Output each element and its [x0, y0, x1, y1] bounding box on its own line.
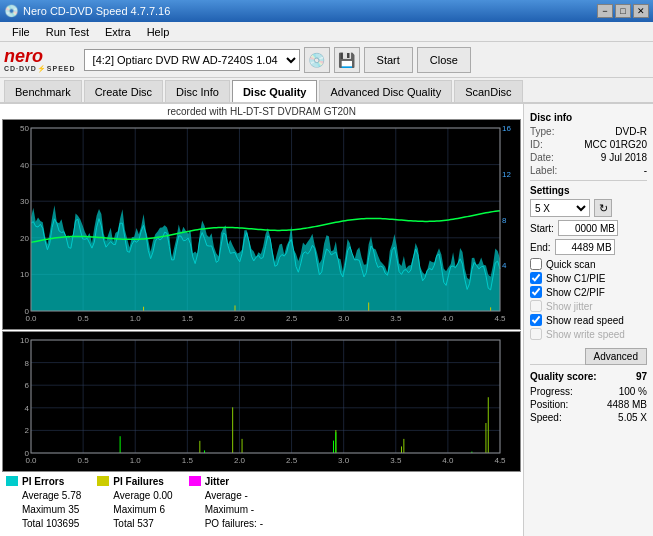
disc-type-value: DVD-R: [615, 126, 647, 137]
legend-pi-errors: PI Errors Average 5.78 Maximum 35 Total …: [6, 475, 81, 531]
start-mb-row: Start:: [530, 220, 647, 236]
pi-errors-label: PI Errors: [22, 475, 81, 489]
quality-score-value: 97: [636, 371, 647, 382]
tab-create-disc[interactable]: Create Disc: [84, 80, 163, 102]
chart-title: recorded with HL-DT-ST DVDRAM GT20N: [2, 106, 521, 117]
maximize-button[interactable]: □: [615, 4, 631, 18]
disc-info-title: Disc info: [530, 112, 647, 123]
pi-failures-total: Total 537: [113, 517, 172, 531]
menu-file[interactable]: File: [4, 24, 38, 40]
bottom-chart: [2, 331, 521, 472]
disc-date-label: Date:: [530, 152, 554, 163]
jitter-average: Average -: [205, 489, 263, 503]
show-read-speed-label: Show read speed: [546, 315, 624, 326]
menu-extra[interactable]: Extra: [97, 24, 139, 40]
show-jitter-label: Show jitter: [546, 301, 593, 312]
refresh-button[interactable]: ↻: [594, 199, 612, 217]
pi-errors-average: Average 5.78: [22, 489, 81, 503]
pi-failures-average: Average 0.00: [113, 489, 172, 503]
show-read-speed-checkbox[interactable]: [530, 314, 542, 326]
jitter-maximum: Maximum -: [205, 503, 263, 517]
quality-score-row: Quality score: 97: [530, 371, 647, 382]
pi-errors-color: [6, 476, 18, 486]
position-label: Position:: [530, 399, 568, 410]
speed-value: 5.05 X: [618, 412, 647, 423]
show-write-speed-checkbox[interactable]: [530, 328, 542, 340]
menu-help[interactable]: Help: [139, 24, 178, 40]
progress-row: Progress: 100 %: [530, 386, 647, 397]
toolbar-close-button[interactable]: Close: [417, 47, 471, 73]
show-c1pie-checkbox[interactable]: [530, 272, 542, 284]
quality-score-label: Quality score:: [530, 371, 597, 382]
speed-label: Speed:: [530, 412, 562, 423]
show-write-speed-label: Show write speed: [546, 329, 625, 340]
disc-icon-btn[interactable]: 💿: [304, 47, 330, 73]
disc-id-label: ID:: [530, 139, 543, 150]
tab-advanced-disc-quality[interactable]: Advanced Disc Quality: [319, 80, 452, 102]
disc-id-row: ID: MCC 01RG20: [530, 139, 647, 150]
tab-disc-quality[interactable]: Disc Quality: [232, 80, 318, 102]
chart-area: recorded with HL-DT-ST DVDRAM GT20N PI E…: [0, 104, 523, 536]
show-jitter-row: Show jitter: [530, 300, 647, 312]
right-panel: Disc info Type: DVD-R ID: MCC 01RG20 Dat…: [523, 104, 653, 536]
start-mb-input[interactable]: [558, 220, 618, 236]
quick-scan-checkbox[interactable]: [530, 258, 542, 270]
legend-pi-failures: PI Failures Average 0.00 Maximum 6 Total…: [97, 475, 172, 531]
app-icon: 💿: [4, 4, 19, 18]
save-icon-btn[interactable]: 💾: [334, 47, 360, 73]
pi-failures-label: PI Failures: [113, 475, 172, 489]
drive-select[interactable]: [4:2] Optiarc DVD RW AD-7240S 1.04: [84, 49, 300, 71]
divider-1: [530, 180, 647, 181]
tab-disc-info[interactable]: Disc Info: [165, 80, 230, 102]
speed-select[interactable]: 5 X: [530, 199, 590, 217]
main-content: recorded with HL-DT-ST DVDRAM GT20N PI E…: [0, 104, 653, 536]
position-value: 4488 MB: [607, 399, 647, 410]
title-bar-title: Nero CD-DVD Speed 4.7.7.16: [19, 5, 597, 17]
end-mb-row: End:: [530, 239, 647, 255]
show-c2pif-checkbox[interactable]: [530, 286, 542, 298]
tab-benchmark[interactable]: Benchmark: [4, 80, 82, 102]
start-button[interactable]: Start: [364, 47, 413, 73]
minimize-button[interactable]: −: [597, 4, 613, 18]
disc-date-row: Date: 9 Jul 2018: [530, 152, 647, 163]
nero-logo: nero CD·DVD⚡SPEED: [4, 47, 76, 73]
progress-label: Progress:: [530, 386, 573, 397]
show-c1pie-row: Show C1/PIE: [530, 272, 647, 284]
show-write-speed-row: Show write speed: [530, 328, 647, 340]
jitter-color: [189, 476, 201, 486]
speed-row: Speed: 5.05 X: [530, 412, 647, 423]
chart-container: [2, 119, 521, 472]
advanced-button[interactable]: Advanced: [585, 348, 647, 365]
show-c2pif-row: Show C2/PIF: [530, 286, 647, 298]
show-jitter-checkbox[interactable]: [530, 300, 542, 312]
disc-type-row: Type: DVD-R: [530, 126, 647, 137]
menu-run-test[interactable]: Run Test: [38, 24, 97, 40]
start-mb-label: Start:: [530, 223, 554, 234]
disc-label-value: -: [644, 165, 647, 176]
progress-value: 100 %: [619, 386, 647, 397]
disc-label-label: Label:: [530, 165, 557, 176]
po-failures: PO failures: -: [205, 517, 263, 531]
close-button[interactable]: ✕: [633, 4, 649, 18]
disc-type-label: Type:: [530, 126, 554, 137]
settings-title: Settings: [530, 185, 647, 196]
chart-legend: PI Errors Average 5.78 Maximum 35 Total …: [2, 472, 521, 534]
pi-errors-total: Total 103695: [22, 517, 81, 531]
disc-label-row: Label: -: [530, 165, 647, 176]
end-mb-input[interactable]: [555, 239, 615, 255]
title-bar: 💿 Nero CD-DVD Speed 4.7.7.16 − □ ✕: [0, 0, 653, 22]
end-mb-label: End:: [530, 242, 551, 253]
position-row: Position: 4488 MB: [530, 399, 647, 410]
disc-date-value: 9 Jul 2018: [601, 152, 647, 163]
top-chart: [2, 119, 521, 330]
pi-failures-maximum: Maximum 6: [113, 503, 172, 517]
quick-scan-row: Quick scan: [530, 258, 647, 270]
progress-section: Progress: 100 % Position: 4488 MB Speed:…: [530, 386, 647, 423]
show-c2pif-label: Show C2/PIF: [546, 287, 605, 298]
pi-failures-color: [97, 476, 109, 486]
pi-errors-maximum: Maximum 35: [22, 503, 81, 517]
toolbar: nero CD·DVD⚡SPEED [4:2] Optiarc DVD RW A…: [0, 42, 653, 78]
disc-id-value: MCC 01RG20: [584, 139, 647, 150]
divider-2: [530, 364, 585, 365]
tab-scandisc[interactable]: ScanDisc: [454, 80, 522, 102]
